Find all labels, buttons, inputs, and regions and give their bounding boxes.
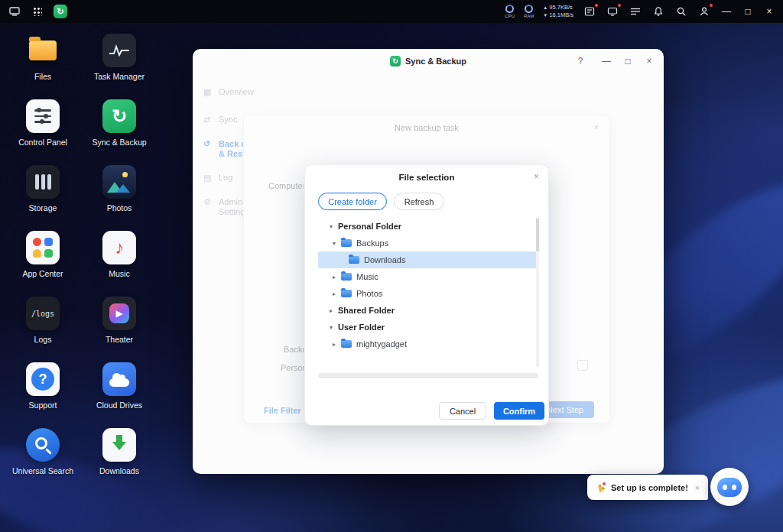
network-speeds[interactable]: ▲95.7KB/s ▼16.1MB/s	[543, 4, 573, 19]
app-shapes-glyph	[33, 238, 54, 258]
tree-item-label: Downloads	[364, 255, 405, 264]
desktop-icon-photos[interactable]: Photos	[81, 161, 158, 226]
folder-icon	[341, 340, 352, 348]
desktop-icon-app-center[interactable]: App Center	[5, 226, 81, 292]
tree-item-mightygadget[interactable]: ▸ mightygadget	[318, 336, 538, 352]
backup-restore-icon: ↺	[203, 139, 213, 159]
files-icon	[26, 34, 60, 67]
help-button[interactable]: ?	[575, 56, 586, 66]
modal-close-icon[interactable]: ×	[534, 171, 539, 182]
caret-right-icon[interactable]: ▸	[330, 274, 338, 281]
caret-right-icon[interactable]: ▸	[327, 307, 335, 314]
desktop-icon-task-manager[interactable]: Task Manager	[81, 29, 158, 95]
download-speed: ▼16.1MB/s	[543, 11, 573, 19]
file-filter-link[interactable]: File Filter	[264, 406, 301, 415]
cpu-gauge[interactable]: CPU	[505, 5, 515, 18]
devices-icon[interactable]	[8, 5, 21, 18]
sidebar-item-label: Log	[219, 173, 232, 183]
desktop-icon-label: Support	[29, 401, 57, 410]
sync-backup-taskbar-icon[interactable]: ↻	[54, 5, 67, 18]
search-icon[interactable]	[674, 5, 688, 18]
tree-item-music[interactable]: ▸ Music	[318, 268, 538, 285]
desktop-icon-cloud-drives[interactable]: Cloud Drives	[81, 358, 158, 423]
desktop-icon-files[interactable]: Files	[5, 29, 81, 95]
screen: ↻ CPU RAM ▲95.7KB/s ▼16.1MB/s	[0, 0, 783, 532]
caret-right-icon[interactable]: ▸	[330, 290, 338, 297]
confirm-button[interactable]: Confirm	[494, 402, 544, 420]
upload-arrow-icon: ▲	[543, 5, 547, 10]
window-title: Sync & Backup	[405, 57, 466, 66]
desktop-minimize-button[interactable]: —	[720, 6, 733, 17]
horizontal-scrollbar[interactable]	[318, 373, 538, 378]
new-backup-task-title: New backup task	[244, 123, 609, 132]
party-popper-icon	[596, 482, 606, 492]
desktop-icon-music[interactable]: ♪ Music	[81, 226, 158, 292]
desktop-icon-sync-backup[interactable]: ↻ Sync & Backup	[81, 95, 158, 161]
question-glyph: ?	[31, 368, 54, 391]
tree-item-label: Backups	[356, 238, 388, 248]
desktop-maximize-button[interactable]: □	[742, 6, 754, 17]
cancel-button[interactable]: Cancel	[439, 402, 486, 420]
desktop-icon-storage[interactable]: Storage	[5, 161, 81, 226]
desktop-icon-theater[interactable]: ▶ Theater	[81, 292, 158, 358]
assistant-avatar[interactable]	[710, 468, 749, 506]
folder-tree: ▾ Personal Folder ▾ Backups Downloads ▸	[318, 218, 538, 352]
task-queue-icon[interactable]	[629, 5, 642, 18]
universal-search-icon	[26, 428, 60, 462]
desktop-close-button[interactable]: ×	[763, 6, 775, 17]
desktop-icon-downloads[interactable]: Downloads	[81, 423, 158, 489]
maximize-button[interactable]: □	[622, 56, 633, 66]
toast-message: Set up is complete!	[611, 483, 688, 492]
bell-icon[interactable]	[651, 5, 665, 18]
computer-field-label: Computer	[268, 181, 304, 190]
caret-down-icon[interactable]: ▾	[327, 324, 335, 331]
vertical-scrollbar[interactable]	[536, 218, 539, 368]
desktop-icon-control-panel[interactable]: Control Panel	[5, 95, 81, 161]
sidebar-item-overview[interactable]: ▦ Overview	[203, 87, 271, 97]
topbar-right: CPU RAM ▲95.7KB/s ▼16.1MB/s	[505, 4, 775, 19]
storage-icon	[26, 165, 60, 199]
sync-backup-window: ↻ Sync & Backup ? — □ × ▦ Overview ⇄ Syn…	[193, 49, 664, 474]
desktop-icon-label: Theater	[106, 335, 133, 344]
folder-picker-checkbox[interactable]	[577, 360, 588, 371]
tree-item-personal-folder[interactable]: ▾ Personal Folder	[318, 218, 538, 235]
desktop-icon-label: Music	[109, 269, 129, 278]
close-button[interactable]: ×	[644, 56, 655, 66]
notification-badge	[594, 3, 599, 8]
tree-item-label: User Folder	[338, 323, 385, 332]
tree-item-photos[interactable]: ▸ Photos	[318, 285, 538, 302]
file-selection-title: File selection	[305, 173, 548, 182]
tree-item-backups[interactable]: ▾ Backups	[318, 235, 538, 251]
refresh-button[interactable]: Refresh	[394, 193, 444, 210]
sync-icon: ⇄	[203, 115, 213, 125]
widgets-icon[interactable]	[583, 5, 596, 18]
setup-complete-toast: Set up is complete! ×	[587, 475, 708, 500]
desktop-icon-support[interactable]: ? Support	[5, 358, 81, 423]
desktop-icon-universal-search[interactable]: Universal Search	[5, 423, 81, 489]
ram-gauge[interactable]: RAM	[524, 5, 534, 18]
user-icon[interactable]	[697, 5, 711, 18]
cloud-glyph	[109, 378, 129, 387]
create-folder-button[interactable]: Create folder	[318, 193, 387, 210]
desktop-icon-logs[interactable]: /logs Logs	[5, 292, 81, 358]
scrollbar-thumb[interactable]	[536, 218, 539, 251]
toast-close-icon[interactable]: ×	[695, 483, 700, 492]
minimize-button[interactable]: —	[601, 56, 612, 66]
caret-down-icon[interactable]: ▾	[330, 240, 338, 247]
control-panel-icon	[26, 99, 60, 133]
window-titlebar[interactable]: ↻ Sync & Backup ? — □ ×	[193, 49, 664, 73]
tree-item-label: Music	[356, 272, 379, 281]
desktop-icon-label: Cloud Drives	[96, 401, 142, 410]
caret-right-icon[interactable]: ▸	[330, 341, 338, 348]
download-arrow-glyph	[112, 442, 126, 457]
app-grid-icon[interactable]	[31, 5, 44, 18]
ram-label: RAM	[524, 14, 534, 18]
monitor-status-icon[interactable]	[606, 5, 619, 18]
tree-item-downloads-selected[interactable]: Downloads	[318, 251, 538, 268]
file-selection-modal: File selection × Create folder Refresh ▾…	[304, 164, 549, 426]
tree-item-shared-folder[interactable]: ▸ Shared Folder	[318, 302, 538, 319]
new-backup-task-close-icon[interactable]: ×	[594, 122, 599, 131]
desktop-icon-label: Control Panel	[18, 138, 67, 147]
tree-item-user-folder[interactable]: ▾ User Folder	[318, 319, 538, 336]
caret-down-icon[interactable]: ▾	[327, 223, 335, 230]
